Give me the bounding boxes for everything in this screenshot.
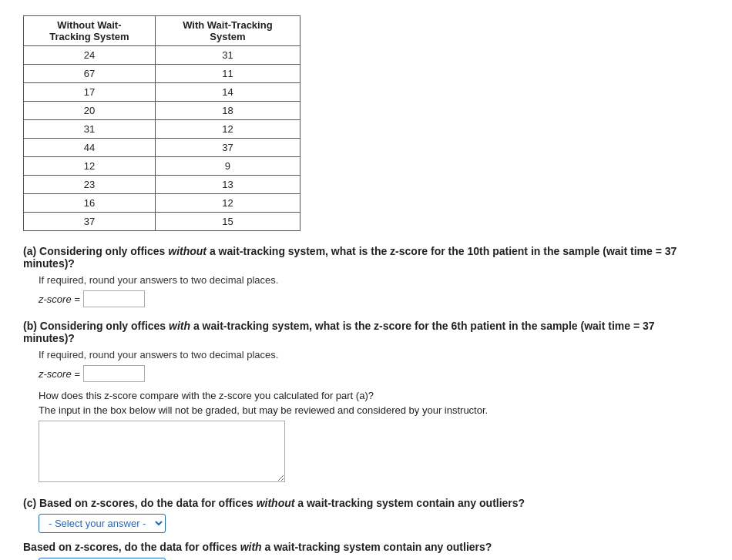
table-cell-col2: 9 bbox=[155, 157, 300, 176]
part-c-select1[interactable]: - Select your answer -YesNo bbox=[39, 514, 166, 533]
table-cell-col2: 14 bbox=[155, 83, 300, 102]
table-cell-col2: 15 bbox=[155, 213, 300, 231]
part-b-textarea-block bbox=[39, 421, 709, 485]
table-cell-col1: 67 bbox=[24, 65, 156, 83]
table-cell-col2: 31 bbox=[155, 46, 300, 65]
part-b-block: (b) Considering only offices with a wait… bbox=[23, 320, 709, 485]
table-row: 2431 bbox=[24, 46, 301, 65]
table-cell-col2: 18 bbox=[155, 102, 300, 120]
col2-header: With Wait-Tracking System bbox=[155, 16, 300, 46]
table-cell-col2: 12 bbox=[155, 194, 300, 213]
part-b-zscore-label: z-score = bbox=[39, 368, 80, 380]
part-a-zscore-label: z-score = bbox=[39, 293, 80, 305]
part-c-block: (c) Based on z-scores, do the data for o… bbox=[23, 497, 709, 560]
table-row: 2018 bbox=[24, 102, 301, 120]
table-cell-col2: 11 bbox=[155, 65, 300, 83]
col1-header: Without Wait- Tracking System bbox=[24, 16, 156, 46]
table-cell-col1: 17 bbox=[24, 83, 156, 102]
part-b-zscore-row: z-score = bbox=[39, 365, 709, 382]
table-row: 2313 bbox=[24, 176, 301, 194]
table-cell-col1: 31 bbox=[24, 120, 156, 139]
part-c-question2: Based on z-scores, do the data for offic… bbox=[23, 541, 709, 553]
table-row: 129 bbox=[24, 157, 301, 176]
table-row: 3715 bbox=[24, 213, 301, 231]
part-a-zscore-row: z-score = bbox=[39, 290, 709, 307]
part-b-compare-note: How does this z-score compare with the z… bbox=[39, 390, 709, 401]
table-cell-col1: 16 bbox=[24, 194, 156, 213]
part-b-ungraded-note: The input in the box below will not be g… bbox=[39, 404, 709, 416]
table-row: 1612 bbox=[24, 194, 301, 213]
table-row: 6711 bbox=[24, 65, 301, 83]
part-b-zscore-input[interactable] bbox=[83, 365, 145, 382]
table-cell-col1: 23 bbox=[24, 176, 156, 194]
wait-time-table: Without Wait- Tracking System With Wait-… bbox=[23, 15, 301, 231]
table-cell-col1: 20 bbox=[24, 102, 156, 120]
table-row: 4437 bbox=[24, 139, 301, 157]
part-b-textarea[interactable] bbox=[39, 421, 285, 482]
part-a-question: (a) Considering only offices without a w… bbox=[23, 245, 709, 270]
part-a-block: (a) Considering only offices without a w… bbox=[23, 245, 709, 307]
table-cell-col2: 37 bbox=[155, 139, 300, 157]
part-c-question1: (c) Based on z-scores, do the data for o… bbox=[23, 497, 709, 509]
table-row: 1714 bbox=[24, 83, 301, 102]
part-b-question: (b) Considering only offices with a wait… bbox=[23, 320, 709, 344]
table-cell-col2: 12 bbox=[155, 120, 300, 139]
part-a-zscore-input[interactable] bbox=[83, 290, 145, 307]
table-cell-col1: 12 bbox=[24, 157, 156, 176]
table-cell-col1: 37 bbox=[24, 213, 156, 231]
part-c-select1-row: - Select your answer -YesNo bbox=[39, 514, 709, 533]
part-a-note: If required, round your answers to two d… bbox=[39, 274, 709, 286]
table-cell-col1: 24 bbox=[24, 46, 156, 65]
part-b-note: If required, round your answers to two d… bbox=[39, 349, 709, 360]
table-cell-col1: 44 bbox=[24, 139, 156, 157]
table-cell-col2: 13 bbox=[155, 176, 300, 194]
table-row: 3112 bbox=[24, 120, 301, 139]
